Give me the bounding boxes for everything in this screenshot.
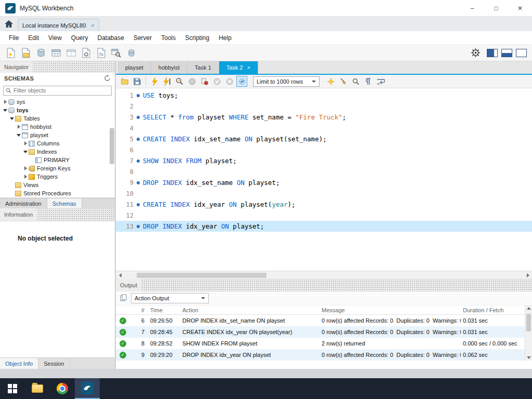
- output-view-selector[interactable]: Action Output: [131, 293, 209, 303]
- menu-item-view[interactable]: View: [44, 31, 66, 45]
- toggle-output-area-icon[interactable]: [501, 49, 512, 57]
- toggle-right-sidebar-icon[interactable]: [516, 49, 527, 57]
- tree-item-triggers[interactable]: Triggers: [0, 172, 115, 181]
- tree-item-indexes[interactable]: Indexes: [0, 148, 115, 156]
- query-tab-close-icon[interactable]: ×: [247, 64, 250, 71]
- horizontal-scroll-thumb[interactable]: [137, 273, 267, 278]
- preferences-gear-icon[interactable]: [469, 46, 483, 60]
- menu-item-query[interactable]: Query: [66, 31, 93, 45]
- tree-expanded-arrow-icon[interactable]: [22, 151, 29, 153]
- column-header-time[interactable]: Time: [147, 307, 180, 313]
- create-function-icon[interactable]: fx: [94, 46, 108, 60]
- sql-code-editor[interactable]: 1USE toys;23SELECT * from playset WHERE …: [116, 88, 532, 271]
- tree-expanded-arrow-icon[interactable]: [9, 117, 15, 120]
- tree-item-tables[interactable]: Tables: [0, 114, 115, 123]
- code-line[interactable]: 10: [116, 188, 532, 199]
- search-table-data-icon[interactable]: [109, 46, 123, 60]
- code-line[interactable]: 1USE toys;: [116, 90, 532, 101]
- tab-schemas[interactable]: Schemas: [47, 198, 82, 208]
- limit-rows-dropdown[interactable]: Limit to 1000 rows: [253, 76, 320, 87]
- vertical-scroll-thumb[interactable]: [526, 314, 531, 331]
- close-button[interactable]: ✕: [508, 0, 532, 17]
- tree-item-foreign-keys[interactable]: Foreign Keys: [0, 164, 115, 172]
- taskbar-mysql-workbench[interactable]: [75, 378, 100, 399]
- maximize-button[interactable]: □: [484, 0, 508, 17]
- refresh-schemas-icon[interactable]: [104, 75, 111, 83]
- code-line[interactable]: 2: [116, 101, 532, 112]
- scroll-up-icon[interactable]: [527, 307, 531, 310]
- execute-current-statement-icon[interactable]: [162, 76, 172, 87]
- scroll-left-icon[interactable]: [116, 271, 124, 280]
- output-row[interactable]: 609:26:50DROP INDEX idx_set_name ON play…: [116, 315, 532, 326]
- output-vertical-scrollbar[interactable]: [525, 305, 532, 361]
- menu-item-file[interactable]: File: [4, 31, 23, 45]
- tree-item-stored-procedures[interactable]: Stored Procedures: [0, 189, 115, 197]
- tree-collapsed-arrow-icon[interactable]: [22, 175, 29, 179]
- create-view-icon[interactable]: [64, 46, 78, 60]
- query-tab-hobbyist[interactable]: hobbyist: [151, 61, 188, 74]
- tree-item-columns[interactable]: Columns: [0, 139, 115, 148]
- code-line[interactable]: 5CREATE INDEX idx_set_name ON playset(se…: [116, 134, 532, 144]
- execute-icon[interactable]: [149, 76, 160, 87]
- home-tab-button[interactable]: [0, 17, 18, 31]
- tree-collapsed-arrow-icon[interactable]: [22, 166, 29, 170]
- wrap-text-icon[interactable]: [375, 76, 386, 87]
- tree-item-views[interactable]: Views: [0, 181, 115, 189]
- code-line[interactable]: 12: [116, 210, 532, 221]
- tree-scrollbar[interactable]: [110, 102, 114, 190]
- toggle-stop-on-error-icon[interactable]: [199, 76, 210, 87]
- menu-item-tools[interactable]: Tools: [156, 31, 180, 45]
- code-line[interactable]: 6: [116, 144, 532, 155]
- code-line[interactable]: 9DROP INDEX idx_set_name ON playset;: [116, 177, 532, 188]
- new-sql-tab-icon[interactable]: [4, 46, 18, 60]
- create-procedure-icon[interactable]: [79, 46, 93, 60]
- code-line[interactable]: 4: [116, 123, 532, 134]
- find-icon[interactable]: [350, 76, 361, 87]
- create-schema-icon[interactable]: [34, 46, 48, 60]
- tab-object-info[interactable]: Object Info: [0, 358, 38, 369]
- server-status-icon[interactable]: [124, 46, 138, 60]
- tab-administration[interactable]: Administration: [0, 198, 47, 208]
- clean-editor-icon[interactable]: [338, 76, 349, 87]
- tree-expanded-arrow-icon[interactable]: [2, 109, 8, 112]
- query-tab-playset[interactable]: playset: [118, 61, 151, 74]
- taskbar-file-explorer[interactable]: [25, 378, 50, 399]
- code-line[interactable]: 8: [116, 166, 532, 177]
- editor-horizontal-scrollbar[interactable]: [116, 271, 532, 279]
- minimize-button[interactable]: –: [460, 0, 484, 17]
- menu-item-server[interactable]: Server: [129, 31, 156, 45]
- column-header-duration-fetch[interactable]: Duration / Fetch: [461, 307, 532, 313]
- tree-item-toys[interactable]: toys: [0, 106, 115, 114]
- filter-objects-input[interactable]: [14, 87, 109, 94]
- column-header-action[interactable]: Action: [180, 307, 320, 313]
- explain-plan-icon[interactable]: [174, 76, 185, 87]
- code-line[interactable]: 11CREATE INDEX idx_year ON playset(year)…: [116, 199, 532, 210]
- tree-collapsed-arrow-icon[interactable]: [2, 100, 8, 104]
- tree-item-sys[interactable]: sys: [0, 98, 115, 106]
- code-line[interactable]: 13DROP INDEX idx_year ON playset;: [116, 221, 532, 232]
- menu-item-help[interactable]: Help: [214, 31, 236, 45]
- column-header-[interactable]: #: [129, 307, 147, 313]
- beautify-query-icon[interactable]: [325, 76, 336, 87]
- output-row[interactable]: 909:29:20DROP INDEX idx_year ON playset0…: [116, 349, 532, 361]
- query-tab-task-2[interactable]: Task 2×: [219, 61, 258, 74]
- toggle-autocommit-icon[interactable]: [236, 76, 247, 87]
- open-file-icon[interactable]: [119, 76, 130, 87]
- rollback-icon[interactable]: [224, 76, 235, 87]
- tree-collapsed-arrow-icon[interactable]: [16, 125, 22, 129]
- show-invisible-characters-icon[interactable]: [363, 76, 374, 87]
- create-table-icon[interactable]: [49, 46, 63, 60]
- stop-icon[interactable]: [187, 76, 197, 87]
- tree-item-primary[interactable]: PRIMARY: [0, 156, 115, 164]
- column-header-message[interactable]: Message: [320, 307, 461, 313]
- open-sql-script-icon[interactable]: [19, 46, 33, 60]
- menu-item-edit[interactable]: Edit: [23, 31, 44, 45]
- commit-icon[interactable]: [211, 76, 222, 87]
- tab-session[interactable]: Session: [38, 358, 70, 369]
- connection-tab-close-icon[interactable]: ×: [91, 22, 94, 29]
- taskbar-chrome[interactable]: [50, 378, 75, 399]
- tree-item-playset[interactable]: playset: [0, 131, 115, 139]
- tree-expanded-arrow-icon[interactable]: [16, 134, 22, 137]
- output-row[interactable]: 809:28:52SHOW INDEX FROM playset2 row(s)…: [116, 338, 532, 349]
- code-line[interactable]: 3SELECT * from playset WHERE set_name = …: [116, 112, 532, 123]
